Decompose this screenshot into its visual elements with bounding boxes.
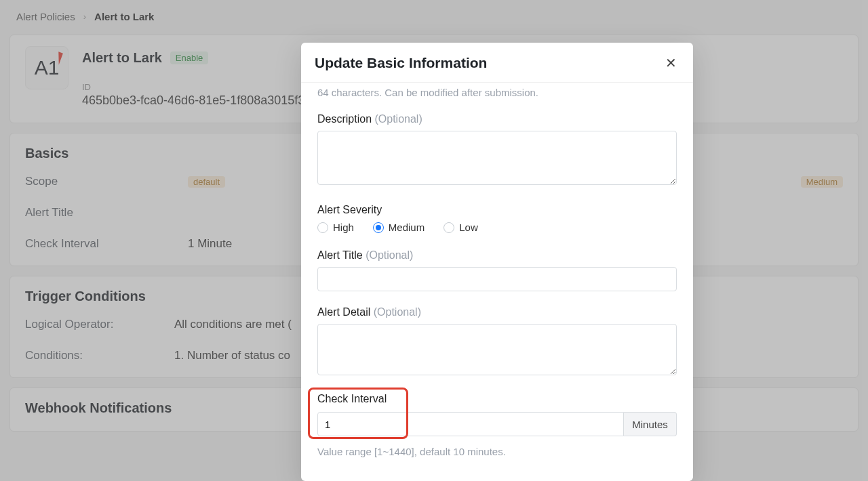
check-interval-helper: Value range [1~1440], default 10 minutes… <box>317 446 677 457</box>
radio-icon <box>443 222 454 233</box>
radio-icon <box>373 222 384 233</box>
close-icon[interactable]: ✕ <box>663 54 679 72</box>
severity-radio-group: High Medium Low <box>317 222 677 233</box>
alert-detail-label: Alert Detail (Optional) <box>317 306 677 318</box>
alert-detail-textarea[interactable] <box>317 324 677 375</box>
check-interval-unit: Minutes <box>624 412 677 436</box>
radio-icon <box>317 222 328 233</box>
severity-radio-low[interactable]: Low <box>443 222 478 233</box>
modal-title: Update Basic Information <box>315 55 487 71</box>
update-basic-info-modal: Update Basic Information ✕ 64 characters… <box>301 43 693 481</box>
alert-severity-label: Alert Severity <box>317 204 677 216</box>
severity-radio-high[interactable]: High <box>317 222 354 233</box>
alert-title-input[interactable] <box>317 267 677 291</box>
description-textarea[interactable] <box>317 131 677 185</box>
alert-title-field-label: Alert Title (Optional) <box>317 249 677 262</box>
check-interval-input[interactable] <box>317 412 624 436</box>
description-label: Description (Optional) <box>317 113 677 125</box>
severity-radio-medium[interactable]: Medium <box>373 222 425 233</box>
check-interval-field-label: Check Interval <box>317 393 677 405</box>
name-helper-text: 64 characters. Can be modified after sub… <box>317 87 677 98</box>
